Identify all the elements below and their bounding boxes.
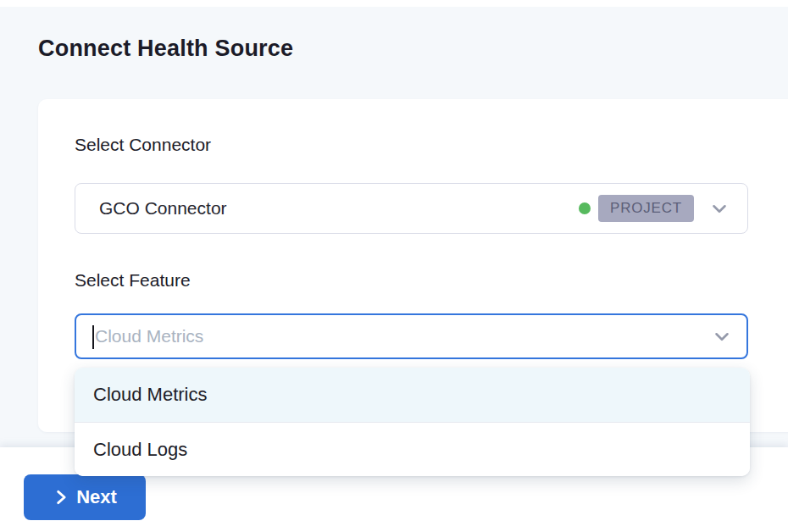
connector-scope-badge: PROJECT <box>598 195 694 222</box>
page-title: Connect Health Source <box>38 36 293 62</box>
feature-input[interactable] <box>76 315 711 357</box>
connector-selected-value: GCO Connector <box>99 198 579 219</box>
dropdown-option-cloud-metrics[interactable]: Cloud Metrics <box>75 368 750 422</box>
select-feature-label: Select Feature <box>75 270 191 291</box>
chevron-down-icon <box>708 197 730 219</box>
chevron-down-icon <box>711 325 733 347</box>
top-strip <box>0 0 788 7</box>
next-button[interactable]: Next <box>24 474 146 520</box>
text-caret <box>92 325 94 349</box>
chevron-right-icon <box>53 489 69 506</box>
next-button-label: Next <box>76 486 117 508</box>
connector-status-dot-icon <box>579 202 591 214</box>
select-connector-label: Select Connector <box>75 135 211 155</box>
dropdown-option-cloud-logs[interactable]: Cloud Logs <box>75 422 750 476</box>
feature-dropdown-panel: Cloud Metrics Cloud Logs <box>75 368 750 476</box>
connector-select[interactable]: GCO Connector PROJECT <box>75 183 748 234</box>
feature-select-field[interactable] <box>75 313 748 359</box>
